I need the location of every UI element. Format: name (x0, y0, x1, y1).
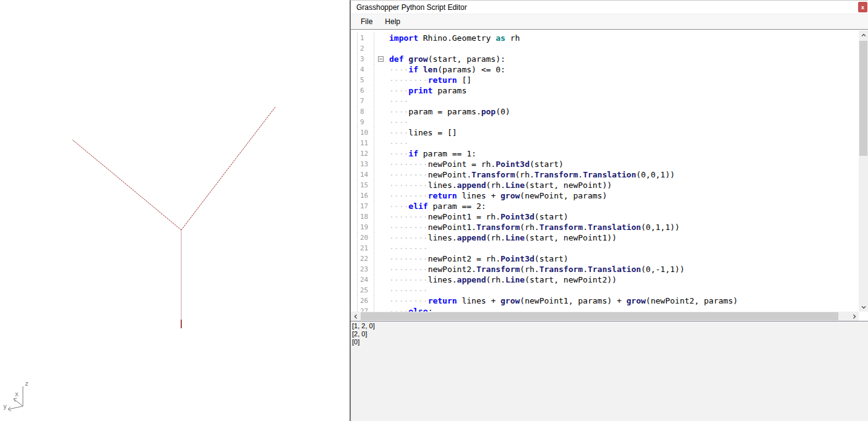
code-line[interactable]: 25········ (351, 285, 859, 296)
fold-margin (374, 243, 389, 253)
output-panel[interactable]: [1, 2, 0][2, 0][0] (351, 321, 868, 421)
code-text: ········return [] (389, 75, 471, 85)
fold-margin (374, 117, 389, 127)
code-text: ········newPoint = rh.Point3d(start) (389, 159, 564, 169)
line-number: 4 (357, 64, 374, 75)
line-number: 11 (357, 138, 374, 148)
fold-margin (374, 33, 389, 43)
code-line[interactable]: 23········newPoint2.Transform(rh.Transfo… (351, 264, 859, 274)
scroll-left-icon[interactable] (351, 312, 360, 321)
code-line[interactable]: 6····print params (351, 85, 859, 96)
rhino-viewport[interactable]: z x y (0, 0, 350, 421)
line-number: 16 (357, 190, 374, 201)
scroll-right-icon[interactable] (849, 312, 859, 321)
code-line[interactable]: 4····if len(params) <= 0: (351, 64, 859, 75)
code-line[interactable]: 14········newPoint.Transform(rh.Transfor… (351, 169, 859, 180)
code-text: ····if len(params) <= 0: (389, 64, 505, 75)
code-text: ········lines.append(rh.Line(start, newP… (389, 232, 617, 243)
line-number: 6 (357, 85, 374, 96)
horizontal-scrollbar[interactable] (351, 312, 859, 321)
fold-margin (374, 64, 389, 75)
fold-margin (374, 75, 389, 85)
fold-margin (374, 138, 389, 148)
code-text: ····print params (389, 85, 466, 96)
code-text: ········lines.append(rh.Line(start, newP… (389, 180, 612, 190)
code-line[interactable]: 22········newPoint2 = rh.Point3d(start) (351, 253, 859, 264)
output-line: [0] (352, 338, 868, 346)
line-number: 22 (357, 253, 374, 264)
line-number: 5 (357, 75, 374, 85)
code-line[interactable]: 9···· (351, 117, 859, 127)
close-button[interactable]: x (858, 2, 867, 12)
code-line[interactable]: 24········lines.append(rh.Line(start, ne… (351, 274, 859, 285)
code-text: ···· (389, 96, 408, 106)
code-line[interactable]: 1import Rhino.Geometry as rh (351, 33, 859, 43)
close-icon: x (861, 4, 864, 11)
line-number: 23 (357, 264, 374, 274)
code-line[interactable]: 10····lines = [] (351, 127, 859, 138)
menu-bar: File Help (351, 14, 868, 29)
vertical-scrollbar-thumb[interactable] (859, 41, 867, 156)
code-text: ········newPoint.Transform(rh.Transform.… (389, 169, 675, 180)
code-text: ····lines = [] (389, 127, 457, 138)
menu-file[interactable]: File (355, 15, 379, 28)
code-line[interactable]: 16········return lines + grow(newPoint, … (351, 190, 859, 201)
code-line[interactable]: 12····if param == 1: (351, 148, 859, 159)
code-line[interactable]: 7···· (351, 96, 859, 106)
code-line[interactable]: 5········return [] (351, 75, 859, 85)
line-number: 24 (357, 274, 374, 285)
code-line[interactable]: 15········lines.append(rh.Line(start, ne… (351, 180, 859, 190)
line-number: 13 (357, 159, 374, 169)
fold-margin (374, 201, 389, 211)
code-line[interactable]: 17····elif param == 2: (351, 201, 859, 211)
scroll-up-icon[interactable] (859, 30, 868, 40)
code-line[interactable]: 26········return lines + grow(newPoint1,… (351, 296, 859, 306)
fold-margin (374, 180, 389, 190)
fold-margin: − (374, 54, 389, 64)
code-line[interactable]: 20········lines.append(rh.Line(start, ne… (351, 232, 859, 243)
fold-collapse-icon[interactable]: − (378, 56, 384, 62)
line-number: 20 (357, 232, 374, 243)
code-line[interactable]: 8····param = params.pop(0) (351, 106, 859, 117)
code-text: ········return lines + grow(newPoint1, p… (389, 296, 738, 306)
fold-margin (374, 222, 389, 232)
code-line[interactable]: 11···· (351, 138, 859, 148)
line-number: 1 (357, 33, 374, 43)
fold-margin (374, 159, 389, 169)
scroll-down-icon[interactable] (859, 302, 868, 312)
vertical-scrollbar[interactable] (859, 30, 868, 312)
line-number: 7 (357, 96, 374, 106)
fold-margin (374, 253, 389, 264)
code-line[interactable]: 21········ (351, 243, 859, 253)
code-text: ········newPoint1 = rh.Point3d(start) (389, 211, 569, 222)
fold-margin (374, 232, 389, 243)
world-axes-labels: z x y (3, 380, 28, 410)
code-line[interactable]: 18········newPoint1 = rh.Point3d(start) (351, 211, 859, 222)
title-bar[interactable]: Grasshopper Python Script Editor x (351, 1, 868, 14)
line-number: 25 (357, 285, 374, 296)
line-number: 9 (357, 117, 374, 127)
line-number: 14 (357, 169, 374, 180)
code-line[interactable]: 3−def grow(start, params): (351, 54, 859, 64)
code-line[interactable]: 2 (351, 43, 859, 54)
fold-margin (374, 296, 389, 306)
code-text: ···· (389, 138, 408, 148)
code-text: ····elif param == 2: (389, 201, 486, 211)
code-text: ····if param == 1: (389, 148, 476, 159)
code-line[interactable]: 19········newPoint1.Transform(rh.Transfo… (351, 222, 859, 232)
menu-help[interactable]: Help (379, 15, 406, 28)
code-text: ········ (389, 243, 428, 253)
fold-margin (374, 211, 389, 222)
line-number: 26 (357, 296, 374, 306)
code-text: import Rhino.Geometry as rh (389, 33, 520, 43)
code-lines[interactable]: 1import Rhino.Geometry as rh23−def grow(… (351, 30, 859, 312)
axis-x-label: x (15, 391, 19, 398)
line-number: 19 (357, 222, 374, 232)
line-number: 12 (357, 148, 374, 159)
axis-z-label: z (25, 380, 28, 387)
horizontal-scrollbar-thumb[interactable] (361, 312, 838, 320)
code-line[interactable]: 13········newPoint = rh.Point3d(start) (351, 159, 859, 169)
line-number: 21 (357, 243, 374, 253)
code-text: ···· (389, 117, 408, 127)
output-lines: [1, 2, 0][2, 0][0] (352, 322, 868, 346)
